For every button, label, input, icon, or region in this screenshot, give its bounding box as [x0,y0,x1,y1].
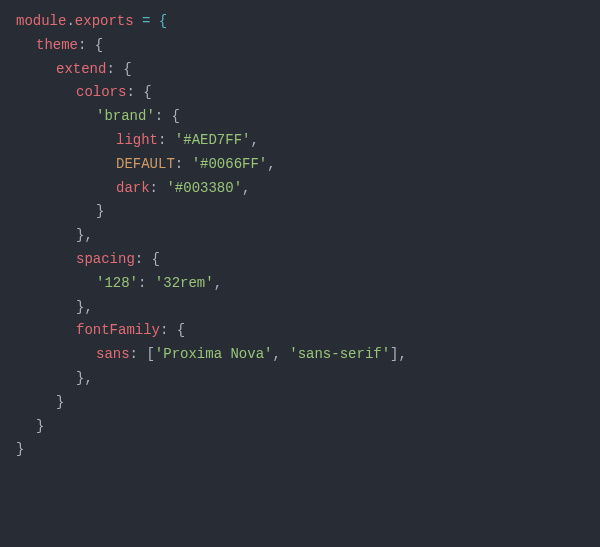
token-punct: : [158,132,175,148]
code-line: extend: { [16,58,584,82]
token-string: 'Proxima Nova' [155,346,273,362]
token-comma: , [214,275,222,291]
token-key: extend [56,61,106,77]
code-line: }, [16,224,584,248]
token-punct: : [138,275,155,291]
token-comma: , [267,156,275,172]
code-line: }, [16,367,584,391]
token-prop: dark [116,180,150,196]
code-line: } [16,391,584,415]
code-line: } [16,438,584,462]
token-string: '#003380' [166,180,242,196]
token-punct: : [175,156,192,172]
token-punct: : { [155,108,180,124]
token-punct: : { [106,61,131,77]
token-punct: : { [135,251,160,267]
token-key: colors [76,84,126,100]
code-line: theme: { [16,34,584,58]
token-string: '32rem' [155,275,214,291]
token-prop: sans [96,346,130,362]
token-punct: : { [78,37,103,53]
code-line: dark: '#003380', [16,177,584,201]
code-line: module.exports = { [16,10,584,34]
token-punct: : [150,180,167,196]
code-line: fontFamily: { [16,319,584,343]
code-line: }, [16,296,584,320]
token-brace: } [56,394,64,410]
token-key: fontFamily [76,322,160,338]
token-exports: exports [75,13,134,29]
token-key: spacing [76,251,135,267]
token-string: 'sans-serif' [289,346,390,362]
token-brace: } [36,418,44,434]
token-string: '#0066FF' [192,156,268,172]
code-line: light: '#AED7FF', [16,129,584,153]
code-line: spacing: { [16,248,584,272]
token-string-key: 'brand' [96,108,155,124]
token-dot: . [66,13,74,29]
code-block: module.exports = {theme: {extend: {color… [16,10,584,462]
token-brace: }, [76,227,93,243]
token-comma: , [250,132,258,148]
token-brace: } [96,203,104,219]
token-punct: : { [160,322,185,338]
token-punct: ], [390,346,407,362]
token-punct: : [ [130,346,155,362]
code-line: 'brand': { [16,105,584,129]
token-brace: }, [76,299,93,315]
token-comma: , [242,180,250,196]
code-line: sans: ['Proxima Nova', 'sans-serif'], [16,343,584,367]
token-prop: DEFAULT [116,156,175,172]
code-line: } [16,200,584,224]
token-brace: } [16,441,24,457]
token-brace: }, [76,370,93,386]
token-string: '#AED7FF' [175,132,251,148]
token-punct: : { [126,84,151,100]
token-sep: , [272,346,289,362]
token-key: theme [36,37,78,53]
token-module: module [16,13,66,29]
code-line: DEFAULT: '#0066FF', [16,153,584,177]
code-line: colors: { [16,81,584,105]
token-prop: light [116,132,158,148]
code-line: } [16,415,584,439]
token-string-key: '128' [96,275,138,291]
token-assign: = { [134,13,168,29]
code-line: '128': '32rem', [16,272,584,296]
